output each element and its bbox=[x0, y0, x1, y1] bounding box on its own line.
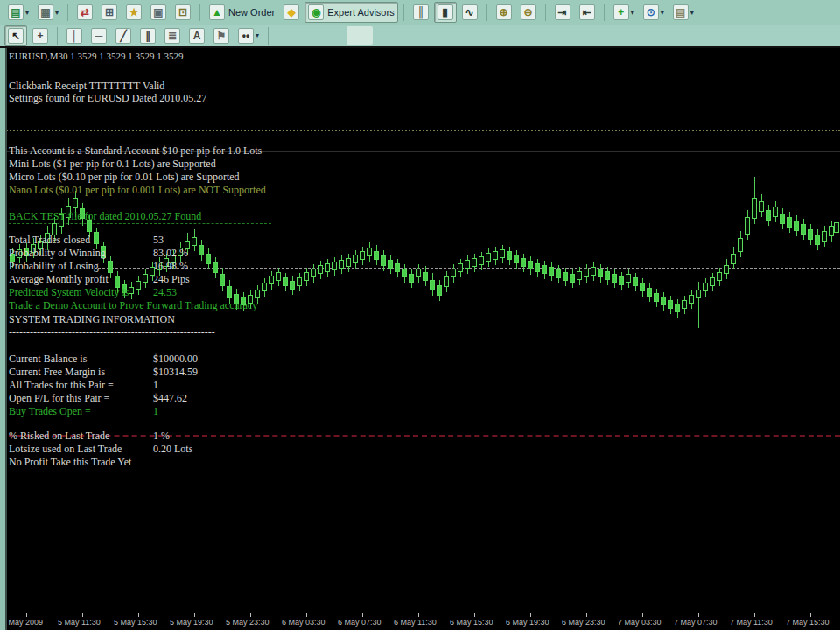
data-window-icon: ⊞ bbox=[102, 4, 117, 20]
new-chart-button[interactable]: ▤▾ bbox=[4, 2, 32, 23]
axis-tick bbox=[194, 613, 195, 617]
crosshair-icon: + bbox=[32, 28, 48, 44]
stat-row-value: 246 Pips bbox=[153, 274, 190, 285]
time-axis[interactable]: 5 May 20095 May 11:305 May 15:305 May 19… bbox=[0, 612, 840, 630]
periods-button[interactable]: ⊙▾ bbox=[640, 2, 668, 23]
system-info-header: SYSTEM TRADING INFORMATION bbox=[9, 314, 175, 326]
strategy-tester-button[interactable]: ⊡ bbox=[172, 2, 194, 23]
toolbar-separator bbox=[604, 4, 605, 21]
axis-tick bbox=[82, 613, 83, 617]
candlestick-chart-icon: ▮ bbox=[438, 4, 453, 20]
axis-tick bbox=[474, 613, 475, 617]
time-axis-label: 5 May 19:30 bbox=[170, 618, 214, 626]
candlestick-chart-button[interactable]: ▮ bbox=[434, 2, 457, 23]
zoom-in-button[interactable]: ⊕ bbox=[493, 2, 515, 23]
axis-tick bbox=[530, 613, 531, 617]
axis-tick bbox=[138, 613, 139, 617]
stat-row-value: 24.53 bbox=[153, 287, 177, 298]
time-axis-label: 5 May 15:30 bbox=[114, 618, 158, 626]
balance-row-value: $10000.00 bbox=[153, 354, 198, 365]
templates-button[interactable]: ▤▾ bbox=[669, 2, 697, 23]
fibonacci-icon: ≣ bbox=[164, 28, 180, 44]
horizontal-line-tool[interactable]: ─ bbox=[88, 25, 110, 46]
stat-row-value: 16.98 % bbox=[153, 261, 188, 272]
market-watch-button[interactable]: ⇄ bbox=[74, 2, 96, 23]
balance-row-label: Current Free Margin is bbox=[9, 367, 105, 378]
time-axis-label: 7 May 11:30 bbox=[730, 618, 773, 626]
toolbar-separator bbox=[545, 4, 546, 21]
axis-tick bbox=[306, 613, 307, 617]
stat-row-value: 83.02 % bbox=[153, 248, 188, 259]
arrows-icon: •• bbox=[238, 28, 254, 44]
axis-tick bbox=[642, 613, 643, 617]
stat-row-label: Probability of Losing bbox=[9, 261, 99, 272]
profiles-icon: ▦ bbox=[38, 4, 53, 20]
stat-row-label: Total Trades closed bbox=[9, 234, 90, 246]
chart-shift-icon: ⇤ bbox=[579, 4, 595, 20]
risk-row-value: 0.20 Lots bbox=[153, 444, 192, 455]
zoom-out-button[interactable]: ⊖ bbox=[517, 2, 540, 23]
balance-row-label: All Trades for this Pair = bbox=[9, 380, 114, 391]
text-icon: A bbox=[189, 28, 205, 44]
chart-shift-button[interactable]: ⇤ bbox=[576, 2, 598, 23]
trendline-tool[interactable]: ╱ bbox=[112, 25, 135, 46]
symbol-ohlc-label: EURUSD,M30 1.3529 1.3529 1.3529 1.3529 bbox=[9, 51, 184, 62]
crosshair-tool[interactable]: + bbox=[29, 25, 52, 46]
time-axis-label: 7 May 07:30 bbox=[674, 618, 718, 626]
stat-row-value: 53 bbox=[153, 234, 164, 246]
toolbar-separator bbox=[200, 4, 200, 21]
balance-row-label: Open P/L for this Pair = bbox=[9, 393, 109, 404]
navigator-button[interactable]: ★ bbox=[122, 2, 145, 23]
main-toolbar: ▤▾▦▾⇄⊞★▣⊡▲New Order◆◉Expert Advisors║▮∿⊕… bbox=[0, 0, 840, 24]
profiles-button[interactable]: ▦▾ bbox=[34, 2, 62, 23]
fibonacci-tool[interactable]: ≣ bbox=[161, 25, 184, 46]
cursor-tool[interactable]: ↖ bbox=[4, 25, 27, 46]
axis-tick bbox=[586, 613, 587, 617]
vertical-line-tool[interactable]: │ bbox=[63, 25, 86, 46]
balance-row-value: $10314.59 bbox=[153, 367, 198, 378]
account-info-line: Nano Lots ($0.01 per pip for 0.001 Lots)… bbox=[9, 185, 266, 196]
mt4-window: ▤▾▦▾⇄⊞★▣⊡▲New Order◆◉Expert Advisors║▮∿⊕… bbox=[0, 0, 840, 630]
bar-chart-button[interactable]: ║ bbox=[410, 2, 432, 23]
balance-row-value: 1 bbox=[153, 406, 158, 417]
toolbar-separator bbox=[403, 4, 404, 21]
time-axis-label: 6 May 19:30 bbox=[506, 618, 550, 626]
bar-chart-icon: ║ bbox=[413, 4, 429, 20]
time-axis-label: 6 May 15:30 bbox=[450, 618, 494, 626]
arrows-tool[interactable]: ••▾ bbox=[234, 25, 262, 46]
axis-tick bbox=[698, 613, 699, 617]
toolbar-separator bbox=[268, 27, 269, 45]
toolbar-separator bbox=[67, 4, 68, 21]
navigator-icon: ★ bbox=[126, 4, 142, 20]
toolbar-highlight-box bbox=[346, 26, 373, 45]
text-label-tool[interactable]: ⚑ bbox=[210, 25, 233, 46]
time-axis-label: 6 May 23:30 bbox=[562, 618, 606, 626]
metaeditor-button[interactable]: ◆ bbox=[280, 2, 303, 23]
indicators-button[interactable]: +▾ bbox=[610, 2, 638, 23]
zoom-out-icon: ⊖ bbox=[521, 4, 536, 20]
zoom-in-icon: ⊕ bbox=[496, 4, 512, 20]
auto-scroll-button[interactable]: ⇥ bbox=[551, 2, 574, 23]
left-window-strip bbox=[0, 48, 7, 630]
data-window-button[interactable]: ⊞ bbox=[98, 2, 121, 23]
terminal-button[interactable]: ▣ bbox=[147, 2, 170, 23]
text-tool[interactable]: A bbox=[186, 25, 208, 46]
templates-icon: ▤ bbox=[673, 4, 689, 20]
new-order-button-label: New Order bbox=[228, 7, 275, 18]
chart-area: EURUSD,M30 1.3529 1.3529 1.3529 1.3529 C… bbox=[0, 48, 840, 630]
balance-row-label: Buy Trades Open = bbox=[9, 406, 91, 417]
chevron-down-icon: ▾ bbox=[690, 9, 694, 17]
auto-scroll-icon: ⇥ bbox=[555, 4, 570, 20]
balance-row-value: 1 bbox=[153, 380, 158, 391]
new-order-icon: ▲ bbox=[209, 4, 225, 20]
line-chart-button[interactable]: ∿ bbox=[458, 2, 481, 23]
new-order-button[interactable]: ▲New Order bbox=[206, 2, 278, 23]
ea-comment-overlay: EURUSD,M30 1.3529 1.3529 1.3529 1.3529 C… bbox=[0, 48, 840, 630]
account-info-line: This Account is a Standard Account $10 p… bbox=[9, 145, 262, 157]
channel-tool[interactable]: ∥ bbox=[136, 25, 159, 46]
new-chart-icon: ▤ bbox=[8, 4, 24, 20]
chevron-down-icon: ▾ bbox=[631, 9, 634, 17]
chevron-down-icon: ▾ bbox=[25, 9, 29, 17]
expert-advisors-button[interactable]: ◉Expert Advisors bbox=[304, 2, 397, 23]
terminal-icon: ▣ bbox=[150, 4, 166, 20]
